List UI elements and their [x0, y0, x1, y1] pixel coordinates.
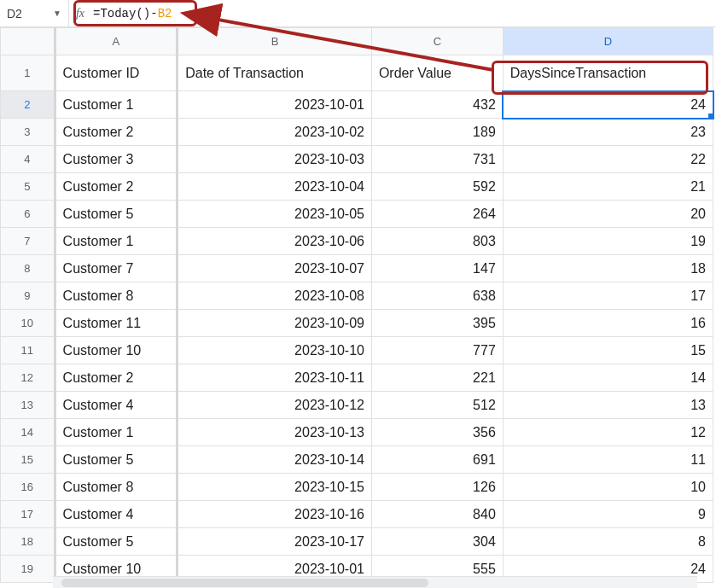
- cell-D12[interactable]: 14: [503, 364, 713, 392]
- row-header[interactable]: 6: [1, 201, 55, 228]
- formula-bar[interactable]: fx =Today()-B2: [68, 0, 716, 26]
- cell-C18[interactable]: 304: [371, 528, 503, 556]
- cell-C7[interactable]: 803: [371, 228, 503, 255]
- cell-A7[interactable]: Customer 1: [55, 228, 178, 255]
- cell-B5[interactable]: 2023-10-04: [178, 173, 372, 201]
- cell-B10[interactable]: 2023-10-09: [178, 310, 372, 337]
- cell-B8[interactable]: 2023-10-07: [178, 255, 372, 282]
- cell-B2[interactable]: 2023-10-01: [178, 91, 372, 119]
- cell-D4[interactable]: 22: [503, 146, 713, 173]
- cell-D6[interactable]: 20: [503, 201, 713, 228]
- cell-B11[interactable]: 2023-10-10: [178, 337, 372, 364]
- cell-B7[interactable]: 2023-10-06: [178, 228, 372, 255]
- select-all-corner[interactable]: [1, 28, 55, 55]
- cell-C16[interactable]: 126: [371, 474, 503, 501]
- cell-D15[interactable]: 11: [503, 446, 713, 474]
- cell-C2[interactable]: 432: [371, 91, 503, 119]
- cell-D16[interactable]: 10: [503, 474, 713, 501]
- row-header[interactable]: 3: [1, 119, 55, 146]
- cell-C1[interactable]: Order Value: [371, 55, 503, 91]
- cell-A9[interactable]: Customer 8: [55, 282, 178, 310]
- cell-D17[interactable]: 9: [503, 501, 713, 528]
- cell-C13[interactable]: 512: [371, 392, 503, 419]
- cell-A2[interactable]: Customer 1: [55, 91, 178, 119]
- cell-A5[interactable]: Customer 2: [55, 173, 178, 201]
- cell-C4[interactable]: 731: [371, 146, 503, 173]
- cell-D1[interactable]: DaysSinceTransaction: [503, 55, 713, 91]
- name-box-dropdown-icon[interactable]: ▼: [53, 0, 61, 26]
- cell-C5[interactable]: 592: [371, 173, 503, 201]
- cell-B3[interactable]: 2023-10-02: [178, 119, 372, 146]
- cell-B15[interactable]: 2023-10-14: [178, 446, 372, 474]
- row-header[interactable]: 14: [1, 419, 55, 446]
- column-header-a[interactable]: A: [55, 28, 178, 55]
- column-header-c[interactable]: C: [371, 28, 503, 55]
- cell-D2[interactable]: 24: [503, 91, 713, 119]
- cell-B9[interactable]: 2023-10-08: [178, 282, 372, 310]
- name-box[interactable]: D2: [0, 0, 53, 26]
- row-header[interactable]: 11: [1, 337, 55, 364]
- horizontal-scrollbar[interactable]: [53, 576, 697, 588]
- cell-D13[interactable]: 13: [503, 392, 713, 419]
- row-header[interactable]: 16: [1, 474, 55, 501]
- cell-A18[interactable]: Customer 5: [55, 528, 178, 556]
- row-header[interactable]: 2: [1, 91, 55, 119]
- cell-A11[interactable]: Customer 10: [55, 337, 178, 364]
- cell-C14[interactable]: 356: [371, 419, 503, 446]
- cell-A3[interactable]: Customer 2: [55, 119, 178, 146]
- cell-A4[interactable]: Customer 3: [55, 146, 178, 173]
- cell-B12[interactable]: 2023-10-11: [178, 364, 372, 392]
- cell-C3[interactable]: 189: [371, 119, 503, 146]
- cell-D11[interactable]: 15: [503, 337, 713, 364]
- cell-C8[interactable]: 147: [371, 255, 503, 282]
- cell-A10[interactable]: Customer 11: [55, 310, 178, 337]
- cell-B14[interactable]: 2023-10-13: [178, 419, 372, 446]
- cell-B16[interactable]: 2023-10-15: [178, 474, 372, 501]
- row-header[interactable]: 8: [1, 255, 55, 282]
- cell-C10[interactable]: 395: [371, 310, 503, 337]
- row-header[interactable]: 19: [1, 556, 55, 583]
- row-header[interactable]: 1: [1, 55, 55, 91]
- row-header[interactable]: 17: [1, 501, 55, 528]
- cell-D8[interactable]: 18: [503, 255, 713, 282]
- cell-C11[interactable]: 777: [371, 337, 503, 364]
- row-header[interactable]: 9: [1, 282, 55, 310]
- cell-A14[interactable]: Customer 1: [55, 419, 178, 446]
- row-header[interactable]: 10: [1, 310, 55, 337]
- cell-C15[interactable]: 691: [371, 446, 503, 474]
- row-header[interactable]: 15: [1, 446, 55, 474]
- cell-A8[interactable]: Customer 7: [55, 255, 178, 282]
- cell-A16[interactable]: Customer 8: [55, 474, 178, 501]
- column-header-b[interactable]: B: [178, 28, 372, 55]
- cell-B6[interactable]: 2023-10-05: [178, 201, 372, 228]
- cell-A12[interactable]: Customer 2: [55, 364, 178, 392]
- cell-B4[interactable]: 2023-10-03: [178, 146, 372, 173]
- row-header[interactable]: 4: [1, 146, 55, 173]
- cell-B13[interactable]: 2023-10-12: [178, 392, 372, 419]
- cell-D14[interactable]: 12: [503, 419, 713, 446]
- cell-D18[interactable]: 8: [503, 528, 713, 556]
- cell-C17[interactable]: 840: [371, 501, 503, 528]
- row-header[interactable]: 5: [1, 173, 55, 201]
- cell-D10[interactable]: 16: [503, 310, 713, 337]
- cell-B18[interactable]: 2023-10-17: [178, 528, 372, 556]
- cell-C12[interactable]: 221: [371, 364, 503, 392]
- row-header[interactable]: 12: [1, 364, 55, 392]
- cell-B1[interactable]: Date of Transaction: [178, 55, 372, 91]
- cell-C6[interactable]: 264: [371, 201, 503, 228]
- row-header[interactable]: 18: [1, 528, 55, 556]
- cell-C9[interactable]: 638: [371, 282, 503, 310]
- row-header[interactable]: 7: [1, 228, 55, 255]
- row-header[interactable]: 13: [1, 392, 55, 419]
- cell-D7[interactable]: 19: [503, 228, 713, 255]
- cell-A13[interactable]: Customer 4: [55, 392, 178, 419]
- cell-A15[interactable]: Customer 5: [55, 446, 178, 474]
- horizontal-scrollbar-thumb[interactable]: [61, 579, 428, 587]
- column-header-d[interactable]: D: [503, 28, 713, 55]
- cell-B17[interactable]: 2023-10-16: [178, 501, 372, 528]
- cell-D5[interactable]: 21: [503, 173, 713, 201]
- cell-A17[interactable]: Customer 4: [55, 501, 178, 528]
- cell-A1[interactable]: Customer ID: [55, 55, 178, 91]
- cell-D3[interactable]: 23: [503, 119, 713, 146]
- cell-D9[interactable]: 17: [503, 282, 713, 310]
